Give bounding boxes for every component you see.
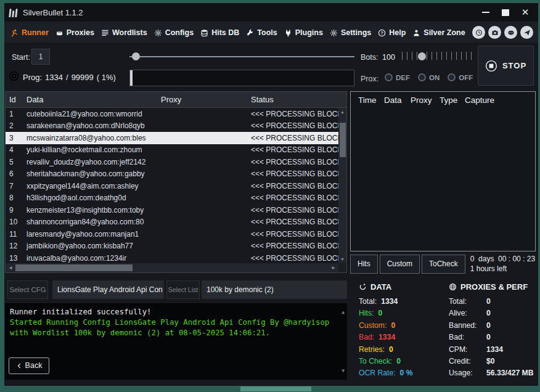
horizontal-scrollbar[interactable]: ◄ ► bbox=[6, 263, 338, 272]
nav-item-label: Tools bbox=[257, 28, 277, 37]
progress-separator: / bbox=[66, 73, 68, 82]
nav-item-hits-db[interactable]: Hits DB bbox=[200, 28, 239, 37]
back-button[interactable]: Back bbox=[9, 357, 49, 374]
send-button[interactable] bbox=[520, 26, 533, 39]
grid-row[interactable]: 9kenzmeister13@insightbb.com:toby<<< PRO… bbox=[6, 204, 338, 216]
cell-status: <<< PROCESSING BLOCK bbox=[247, 242, 338, 250]
slider-handle[interactable] bbox=[418, 52, 426, 60]
cell-id: 11 bbox=[6, 230, 23, 239]
cell-data: xxpitzyangel144@aim.com:ashley bbox=[23, 182, 157, 190]
prox-option-off[interactable]: OFF bbox=[448, 73, 473, 81]
nav-item-proxies[interactable]: Proxies bbox=[55, 28, 94, 37]
tab-tocheck[interactable]: ToCheck bbox=[422, 255, 465, 274]
stat-row: Banned:0 bbox=[449, 320, 534, 332]
titlebar[interactable]: SilverBullet 1.1.2 ✕ bbox=[4, 3, 538, 22]
slider-track bbox=[129, 56, 354, 57]
camera-button[interactable] bbox=[488, 26, 501, 39]
grid-row[interactable]: 12jambikion@yahoo.com:kisbah77<<< PROCES… bbox=[6, 240, 338, 253]
grid-row[interactable]: 1cuteboiinla21@yahoo.com:wmorrid<<< PROC… bbox=[6, 108, 338, 120]
nav-item-plugins[interactable]: Plugins bbox=[284, 28, 323, 37]
minimize-button[interactable] bbox=[478, 6, 494, 19]
silverzone-icon bbox=[412, 29, 420, 37]
nav-item-help[interactable]: ?Help bbox=[378, 28, 406, 37]
grid-row[interactable]: 7xxpitzyangel144@aim.com:ashley<<< PROCE… bbox=[6, 180, 338, 192]
stat-row: Total:1334 bbox=[359, 296, 413, 308]
runner-icon bbox=[10, 29, 18, 37]
scroll-right-icon[interactable]: ► bbox=[331, 265, 336, 271]
stat-label: Total: bbox=[449, 296, 482, 308]
close-button[interactable]: ✕ bbox=[517, 6, 533, 19]
stat-label: Custom: bbox=[359, 321, 387, 330]
grid-row[interactable]: 10shannoncorrigan84@yahoo.com:80<<< PROC… bbox=[6, 216, 338, 229]
start-slider[interactable] bbox=[129, 50, 354, 63]
cell-id: 3 bbox=[6, 134, 23, 142]
discord-button[interactable] bbox=[504, 26, 517, 39]
grid-row[interactable]: 2sarakeenan@yahoo.com:dNrlo8qyb<<< PROCE… bbox=[6, 120, 338, 133]
stat-label: To Check: bbox=[359, 357, 392, 365]
grid-body: 1cuteboiinla21@yahoo.com:wmorrid<<< PROC… bbox=[6, 108, 338, 263]
nav-item-configs[interactable]: Configs bbox=[154, 28, 194, 37]
progress-current: 1334 bbox=[45, 73, 63, 82]
nav-item-settings[interactable]: Settings bbox=[330, 28, 371, 37]
tab-hits[interactable]: Hits bbox=[350, 255, 378, 274]
scroll-up-icon[interactable]: ▲ bbox=[338, 110, 346, 114]
proxy-stats: PROXIES & PERF Total:0Alive:0Banned:0Bad… bbox=[449, 282, 534, 380]
stat-label: Banned: bbox=[449, 320, 482, 332]
prox-option-def[interactable]: DEF bbox=[385, 73, 410, 81]
start-input[interactable]: 1 bbox=[31, 49, 50, 65]
cell-id: 7 bbox=[6, 182, 23, 190]
discord-icon bbox=[507, 29, 515, 36]
nav-item-tools[interactable]: Tools bbox=[246, 28, 277, 37]
scrollbar-corner bbox=[338, 263, 346, 272]
nav-item-silver-zone[interactable]: Silver Zone bbox=[412, 28, 465, 37]
grid-row[interactable]: 5revalliv_doudz@yahoo.com:jeff2142<<< PR… bbox=[6, 156, 338, 168]
stat-value: 1334 bbox=[486, 345, 503, 354]
nav-item-label: Plugins bbox=[295, 28, 323, 37]
scroll-left-icon[interactable]: ◄ bbox=[8, 265, 13, 271]
config-name-field[interactable]: LionsGate Play Android Api Con bbox=[52, 280, 164, 299]
results-tabs: HitsCustomToCheck bbox=[350, 255, 465, 274]
nav-item-label: Silver Zone bbox=[423, 28, 465, 37]
grid-row[interactable]: 8h3llishgod@aol.com:deathg0d<<< PROCESSI… bbox=[6, 192, 338, 205]
cell-data: cuteboiinla21@yahoo.com:wmorrid bbox=[23, 110, 157, 118]
prox-option-on[interactable]: ON bbox=[418, 73, 440, 81]
wordlist-name-field[interactable]: 100k by demonic (2) bbox=[202, 280, 347, 299]
stat-label: Alive: bbox=[449, 308, 482, 319]
window-bottom-scroll-thumb[interactable] bbox=[240, 386, 311, 391]
grid-column-header-id: Id bbox=[6, 95, 23, 104]
vertical-scrollbar[interactable]: ▲ ▼ bbox=[338, 108, 346, 263]
cell-id: 1 bbox=[6, 110, 23, 118]
bots-value: 100 bbox=[382, 53, 395, 62]
maximize-button[interactable] bbox=[497, 6, 513, 19]
select-list-button[interactable]: Select List bbox=[166, 280, 200, 299]
radio-label: OFF bbox=[459, 74, 473, 81]
select-config-button[interactable]: Select CFG bbox=[7, 280, 48, 299]
results-header: TimeDataProxyTypeCapture bbox=[351, 92, 535, 108]
scrollbar-thumb[interactable] bbox=[15, 264, 133, 271]
scroll-up-icon[interactable]: ▲ bbox=[342, 307, 345, 317]
scroll-down-icon[interactable]: ▼ bbox=[338, 257, 346, 261]
nav-item-wordlists[interactable]: Wordlists bbox=[101, 28, 147, 37]
cell-id: 2 bbox=[6, 121, 23, 130]
grid-row[interactable]: 11laresmandy@yahoo.com:manjan1<<< PROCES… bbox=[6, 228, 338, 240]
stats-panel: DATA Total:1334Hits:0Custom:0Bad:1334Ret… bbox=[350, 276, 537, 381]
scroll-down-icon[interactable]: ▼ bbox=[342, 365, 345, 376]
progress-percent: ( 1%) bbox=[97, 73, 116, 82]
tab-custom[interactable]: Custom bbox=[380, 255, 420, 274]
plugins-icon bbox=[284, 29, 292, 37]
runner-controls: Start: 1 Bots: 100 STOP Prog: 1334 / 999… bbox=[4, 44, 538, 91]
stop-button[interactable]: STOP bbox=[478, 46, 534, 86]
history-button[interactable] bbox=[472, 26, 485, 39]
minimize-icon bbox=[482, 12, 489, 13]
stat-value: 1334 bbox=[378, 333, 395, 341]
bots-slider[interactable] bbox=[402, 50, 473, 63]
grid-row[interactable]: 4yuki-killian@rocketmail.com:zhoum<<< PR… bbox=[6, 144, 338, 157]
scrollbar-thumb[interactable] bbox=[340, 123, 346, 157]
nav-item-runner[interactable]: Runner bbox=[10, 28, 49, 37]
grid-row[interactable]: 6sheritahackman@yahoo.com:gabby<<< PROCE… bbox=[6, 168, 338, 181]
slider-handle[interactable] bbox=[132, 52, 140, 60]
grid-column-header-data: Data bbox=[23, 95, 157, 104]
grid-row[interactable]: 13iruvacalba@yahoo.com:1234ir<<< PROCESS… bbox=[6, 252, 338, 263]
grid-row[interactable]: 3mcswainzatarra08@yahoo.com:bles<<< PROC… bbox=[6, 132, 338, 144]
refresh-icon bbox=[359, 283, 367, 291]
